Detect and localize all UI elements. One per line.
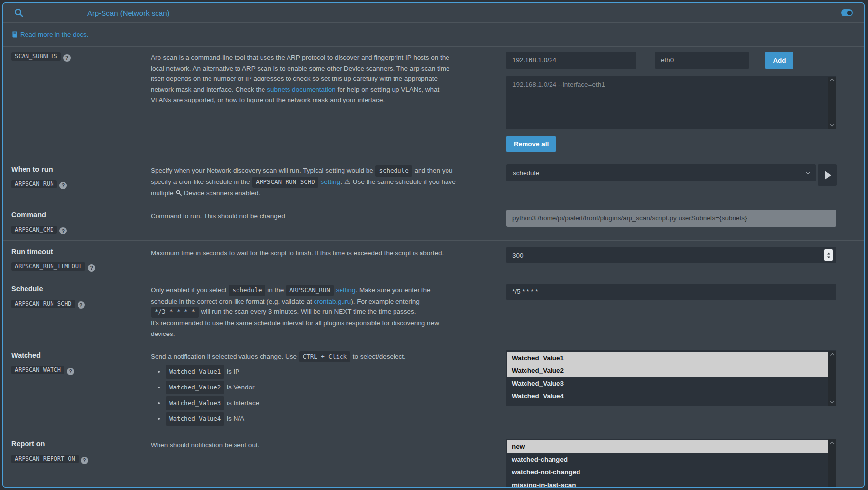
run-timeout-input[interactable]: 300 <box>506 247 836 263</box>
when-to-run-select[interactable]: schedule <box>506 164 816 181</box>
row-description: When should notification be sent out. <box>151 439 506 451</box>
help-icon[interactable]: ? <box>59 182 67 189</box>
docs-link-label: Read more in the docs. <box>20 31 89 38</box>
scroll-up-icon[interactable] <box>830 442 834 446</box>
help-icon[interactable]: ? <box>67 368 74 375</box>
row-title: When to run <box>11 165 151 173</box>
subnet-input-line: Add <box>506 52 836 69</box>
subnet-listbox[interactable]: 192.168.1.0/24 --interface=eth1 <box>506 76 836 129</box>
scrollbar[interactable] <box>828 351 836 406</box>
search-icon <box>176 189 182 197</box>
row-description: Send a notification if selected values c… <box>151 350 506 428</box>
row-label-area: Run timeout ARPSCAN_RUN_TIMEOUT? <box>11 247 151 272</box>
setting-row-arpscan-report-on: Report on ARPSCAN_REPORT_ON? When should… <box>3 434 864 488</box>
row-controls <box>506 284 836 300</box>
watched-value-bullet: Watched_Value1 is IP <box>165 365 457 379</box>
inline-code: CTRL + Click <box>299 351 350 362</box>
warning-icon: ⚠ <box>344 178 350 185</box>
row-title: Run timeout <box>11 248 151 256</box>
row-title: Schedule <box>11 285 151 293</box>
subnet-entry[interactable]: 192.168.1.0/24 --interface=eth1 <box>506 76 836 88</box>
scroll-up-icon[interactable] <box>830 79 834 83</box>
run-now-button[interactable] <box>818 164 837 186</box>
option-Watched_Value4[interactable]: Watched_Value4 <box>507 390 828 402</box>
scroll-down-icon[interactable] <box>830 399 834 403</box>
option-Watched_Value2[interactable]: Watched_Value2 <box>507 364 828 377</box>
help-icon[interactable]: ? <box>88 264 95 272</box>
help-icon[interactable]: ? <box>81 457 88 464</box>
inline-code: schedule <box>229 285 265 296</box>
setting-name-pill: ARPSCAN_WATCH <box>11 366 64 374</box>
setting-row-arpscan-watch: Watched ARPSCAN_WATCH? Send a notificati… <box>3 345 864 434</box>
help-icon[interactable]: ? <box>63 54 71 62</box>
row-description: Maximum time in seconds to wait for the … <box>151 247 506 258</box>
row-controls: Watched_Value1Watched_Value2Watched_Valu… <box>506 350 836 406</box>
inline-code: schedule <box>375 165 412 177</box>
docs-link[interactable]: Read more in the docs. <box>11 31 89 38</box>
row-controls <box>506 210 836 227</box>
help-icon[interactable]: ? <box>78 301 85 309</box>
setting-row-scan-subnets: SCAN_SUBNETS? Arp-scan is a command-line… <box>3 47 864 159</box>
row-controls: Add 192.168.1.0/24 --interface=eth1 Remo… <box>506 52 836 152</box>
setting-row-arpscan-run-timeout: Run timeout ARPSCAN_RUN_TIMEOUT? Maximum… <box>3 241 864 279</box>
row-description: Arp-scan is a command-line tool that use… <box>151 52 506 105</box>
inline-code: ARPSCAN_RUN <box>286 285 334 296</box>
setting-name-pill: SCAN_SUBNETS <box>11 52 61 61</box>
option-Watched_Value1[interactable]: Watched_Value1 <box>507 352 828 364</box>
page-title: Arp-Scan (Network scan) <box>87 9 170 17</box>
inline-link[interactable]: setting <box>321 178 341 185</box>
row-label-area: Schedule ARPSCAN_RUN_SCHD? <box>11 284 151 309</box>
row-controls: newwatched-changedwatched-not-changedmis… <box>506 439 836 488</box>
watched-multiselect[interactable]: Watched_Value1Watched_Value2Watched_Valu… <box>506 350 836 406</box>
inline-code: ARPSCAN_RUN_SCHD <box>252 177 318 188</box>
option-new[interactable]: new <box>507 440 828 453</box>
report-on-multiselect[interactable]: newwatched-changedwatched-not-changedmis… <box>506 439 836 488</box>
inline-code: Watched_Value3 <box>166 396 224 410</box>
docs-row: Read more in the docs. <box>3 23 864 47</box>
setting-row-arpscan-run: When to run ARPSCAN_RUN? Specify when yo… <box>3 159 864 205</box>
watched-value-bullet: Watched_Value3 is Interface <box>165 396 457 410</box>
interface-input[interactable] <box>655 52 749 69</box>
setting-row-arpscan-run-schd: Schedule ARPSCAN_RUN_SCHD? Only enabled … <box>3 279 864 346</box>
inline-code: Watched_Value4 <box>166 412 224 426</box>
setting-name-pill: ARPSCAN_REPORT_ON <box>11 455 79 463</box>
command-readonly-input <box>506 210 836 227</box>
row-label-area: SCAN_SUBNETS? <box>11 52 151 62</box>
play-icon <box>825 171 831 180</box>
schedule-input[interactable] <box>506 284 836 300</box>
row-description: Command to run. This should not be chang… <box>151 210 506 222</box>
run-timeout-value: 300 <box>512 252 524 259</box>
inline-link[interactable]: crontab.guru <box>314 298 351 305</box>
add-button[interactable]: Add <box>765 52 793 69</box>
remove-all-button[interactable]: Remove all <box>506 136 556 152</box>
watched-value-bullet: Watched_Value2 is Vendor <box>165 381 457 394</box>
scrollbar[interactable] <box>828 77 836 129</box>
setting-name-pill: ARPSCAN_RUN_SCHD <box>11 300 75 308</box>
select-value: schedule <box>513 169 539 177</box>
subnet-input[interactable] <box>506 52 636 69</box>
setting-name-pill: ARPSCAN_CMD <box>11 226 57 234</box>
option-watched-not-changed[interactable]: watched-not-changed <box>507 466 828 478</box>
inline-link[interactable]: subnets documentation <box>267 86 336 93</box>
option-watched-changed[interactable]: watched-changed <box>507 453 828 465</box>
row-label-area: When to run ARPSCAN_RUN? <box>11 164 151 189</box>
plugin-settings-panel: Arp-Scan (Network scan) Read more in the… <box>2 2 865 488</box>
scroll-up-icon[interactable] <box>830 353 834 357</box>
book-icon <box>11 31 18 38</box>
watched-values-list: Watched_Value1 is IPWatched_Value2 is Ve… <box>165 365 457 426</box>
row-label-area: Report on ARPSCAN_REPORT_ON? <box>11 439 151 464</box>
help-icon[interactable]: ? <box>59 227 67 234</box>
search-icon[interactable] <box>14 8 24 18</box>
scrollbar[interactable] <box>828 439 836 488</box>
inline-link[interactable]: setting <box>336 286 356 294</box>
scroll-down-icon[interactable] <box>830 122 834 126</box>
setting-name-pill: ARPSCAN_RUN <box>11 180 57 188</box>
row-title: Report on <box>11 440 151 448</box>
option-Watched_Value3[interactable]: Watched_Value3 <box>507 377 828 389</box>
toggle-on-icon[interactable] <box>841 9 853 16</box>
title-bar: Arp-Scan (Network scan) <box>3 3 864 23</box>
option-missing-in-last-scan[interactable]: missing-in-last-scan <box>507 479 828 488</box>
number-spinner[interactable] <box>824 249 833 261</box>
row-controls: 300 <box>506 247 836 263</box>
row-title: Watched <box>11 351 151 359</box>
